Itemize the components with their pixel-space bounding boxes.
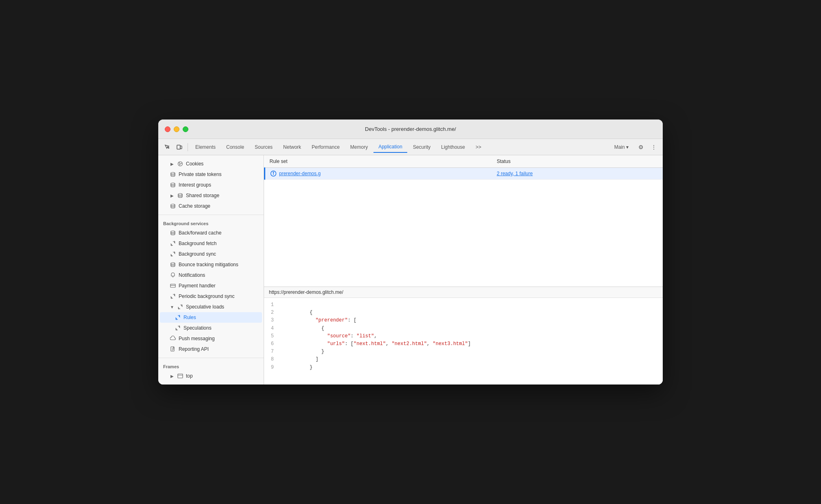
line-number: 6	[264, 340, 280, 348]
sidebar-item-cache-storage[interactable]: Cache storage	[160, 201, 262, 211]
sidebar-item-background-fetch[interactable]: Background fetch	[160, 238, 262, 249]
svg-point-3	[179, 163, 180, 163]
col-status: Status	[492, 155, 663, 168]
sidebar-item-cookies[interactable]: ▶ Cookies	[160, 159, 262, 169]
tab-performance[interactable]: Performance	[307, 142, 345, 152]
sidebar-label-cache-storage: Cache storage	[179, 203, 210, 209]
sidebar-item-shared-storage[interactable]: ▶ Shared storage	[160, 190, 262, 201]
sidebar-label-cookies: Cookies	[186, 161, 203, 167]
tab-more[interactable]: >>	[471, 142, 486, 152]
code-line-4: 4 {	[264, 325, 663, 332]
tab-security[interactable]: Security	[408, 142, 435, 152]
sync-icon-2	[170, 251, 176, 257]
tab-console[interactable]: Console	[221, 142, 249, 152]
toolbar-separator-1	[188, 143, 188, 151]
minimize-button[interactable]	[174, 126, 179, 132]
sidebar-label-bounce-tracking: Bounce tracking mitigations	[179, 262, 238, 267]
line-content: }	[280, 364, 312, 371]
tab-lighthouse[interactable]: Lighthouse	[436, 142, 470, 152]
sidebar-label-periodic-bg-sync: Periodic background sync	[179, 293, 234, 299]
line-number: 5	[264, 332, 280, 340]
line-number: 2	[264, 309, 280, 317]
status-cell: 2 ready, 1 failure	[492, 168, 663, 180]
code-line-6: 6 "urls": ["next.html", "next2.html", "n…	[264, 340, 663, 348]
sidebar-label-bg-sync: Background sync	[179, 251, 216, 257]
sync-icon-5	[175, 314, 181, 321]
line-content: ]	[280, 356, 319, 363]
line-content: {	[280, 309, 312, 317]
sidebar-item-back-forward-cache[interactable]: Back/forward cache	[160, 228, 262, 238]
inspect-icon[interactable]	[162, 141, 173, 153]
settings-icon[interactable]: ⚙	[635, 141, 646, 153]
rules-table: Rule set Status	[264, 155, 663, 180]
sidebar-item-periodic-bg-sync[interactable]: Periodic background sync	[160, 291, 262, 302]
db-icon-2	[170, 182, 176, 188]
devtools-window: DevTools - prerender-demos.glitch.me/ El…	[158, 119, 663, 385]
sidebar-item-push-messaging[interactable]: Push messaging	[160, 333, 262, 344]
sidebar-label-bg-fetch: Background fetch	[179, 241, 216, 246]
line-number: 3	[264, 317, 280, 324]
sidebar-item-top-frame[interactable]: ▶ top	[160, 371, 262, 381]
sidebar-label-speculations: Speculations	[183, 325, 212, 331]
sidebar-label-push: Push messaging	[179, 336, 215, 341]
close-button[interactable]	[165, 126, 170, 132]
line-number: 4	[264, 325, 280, 332]
sidebar-item-private-state-tokens[interactable]: Private state tokens	[160, 169, 262, 180]
status-link[interactable]: 2 ready, 1 failure	[497, 171, 533, 176]
expand-arrow-top: ▶	[170, 374, 175, 378]
sync-icon-4	[177, 304, 183, 310]
sidebar: ▶ Cookies	[158, 155, 264, 385]
device-icon[interactable]	[174, 141, 185, 153]
rules-table-panel: Rule set Status	[264, 155, 663, 287]
maximize-button[interactable]	[183, 126, 188, 132]
sidebar-label-speculative-loads: Speculative loads	[186, 304, 224, 310]
tab-sources[interactable]: Sources	[250, 142, 277, 152]
code-view: 1 2 { 3 "prerender": [	[264, 298, 663, 385]
svg-point-7	[171, 183, 175, 185]
sidebar-item-reporting-api[interactable]: Reporting API	[160, 344, 262, 354]
rule-set-link[interactable]: prerender-demos.g	[279, 171, 321, 176]
rule-set-cell: prerender-demos.g	[265, 168, 492, 180]
svg-rect-1	[180, 146, 182, 149]
sidebar-label-payment: Payment handler	[179, 283, 216, 289]
titlebar: DevTools - prerender-demos.glitch.me/	[158, 119, 663, 139]
sidebar-label-rules: Rules	[183, 315, 196, 320]
svg-point-8	[178, 193, 182, 195]
tab-application[interactable]: Application	[373, 141, 407, 153]
db-icon-3	[177, 192, 183, 199]
cookie-icon	[177, 161, 183, 167]
sidebar-item-background-sync[interactable]: Background sync	[160, 249, 262, 259]
cloud-icon	[170, 335, 176, 342]
sidebar-item-payment-handler[interactable]: Payment handler	[160, 280, 262, 291]
background-services-header: Background services	[158, 218, 264, 228]
line-number: 9	[264, 364, 280, 371]
code-line-9: 9 }	[264, 364, 663, 371]
line-content: "prerender": [	[280, 317, 356, 324]
sidebar-item-bounce-tracking[interactable]: Bounce tracking mitigations	[160, 259, 262, 270]
content-area: Rule set Status	[264, 155, 663, 385]
sidebar-item-speculative-loads[interactable]: ▼ Speculative loads	[160, 302, 262, 312]
line-number: 8	[264, 356, 280, 363]
sidebar-item-speculations[interactable]: Speculations	[160, 323, 262, 333]
svg-point-5	[179, 164, 180, 165]
sidebar-item-notifications[interactable]: Notifications	[160, 270, 262, 280]
line-number: 1	[264, 301, 280, 309]
svg-point-19	[273, 172, 274, 173]
sidebar-label-reporting: Reporting API	[179, 346, 209, 352]
main-dropdown[interactable]: Main ▾	[609, 142, 633, 152]
expand-arrow: ▶	[170, 161, 175, 166]
traffic-lights	[165, 126, 188, 132]
sidebar-item-rules[interactable]: Rules	[160, 312, 262, 323]
tab-network[interactable]: Network	[278, 142, 306, 152]
frame-icon	[177, 373, 183, 379]
svg-rect-12	[170, 284, 175, 287]
tab-memory[interactable]: Memory	[345, 142, 373, 152]
frames-header: Frames	[158, 361, 264, 371]
tab-elements[interactable]: Elements	[190, 142, 221, 152]
doc-icon	[170, 346, 176, 352]
table-row[interactable]: prerender-demos.g 2 ready, 1 failure	[265, 168, 663, 180]
code-line-5: 5 "source": "list",	[264, 332, 663, 340]
svg-rect-15	[178, 374, 183, 378]
sidebar-item-interest-groups[interactable]: Interest groups	[160, 180, 262, 190]
more-options-icon[interactable]: ⋮	[648, 141, 659, 153]
